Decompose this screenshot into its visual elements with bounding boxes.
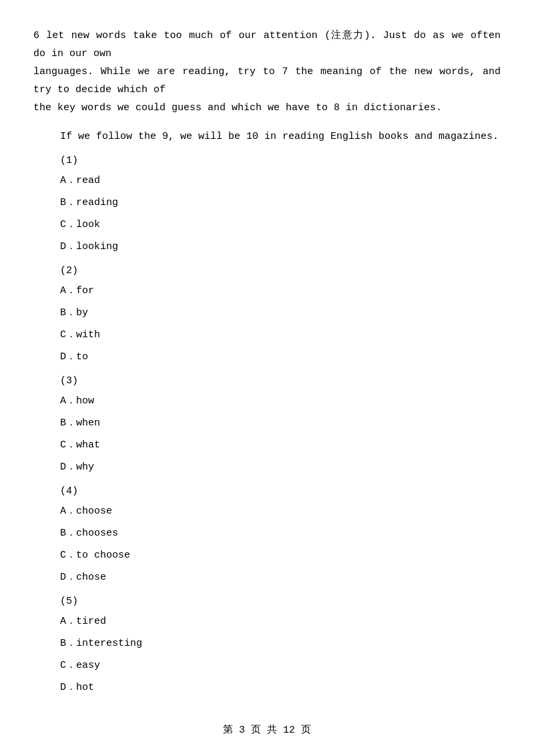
option-1b: B．reading: [60, 194, 501, 212]
option-1c: C．look: [60, 216, 501, 234]
question-number-5: (5): [60, 596, 501, 607]
follow-line: If we follow the 9, we will be 10 in rea…: [60, 128, 501, 146]
option-5a: A．tired: [60, 612, 501, 630]
question-3: (3) A．how B．when C．what D．why: [33, 375, 501, 476]
option-1a: A．read: [60, 172, 501, 190]
option-2c: C．with: [60, 326, 501, 344]
option-5b: B．interesting: [60, 634, 501, 652]
question-number-3: (3): [60, 375, 501, 387]
option-1d: D．looking: [60, 238, 501, 256]
option-4b: B．chooses: [60, 524, 501, 542]
page-footer: 第 3 页 共 12 页: [33, 723, 501, 736]
question-1: (1) A．read B．reading C．look D．looking: [33, 155, 501, 256]
option-2b: B．by: [60, 304, 501, 322]
option-3a: A．how: [60, 392, 501, 410]
question-2: (2) A．for B．by C．with D．to: [33, 265, 501, 366]
question-4: (4) A．choose B．chooses C．to choose D．cho…: [33, 486, 501, 586]
questions-container: (1) A．read B．reading C．look D．looking (2…: [33, 155, 501, 697]
option-5c: C．easy: [60, 656, 501, 675]
option-3c: C．what: [60, 436, 501, 454]
option-4c: C．to choose: [60, 546, 501, 564]
option-4a: A．choose: [60, 502, 501, 520]
option-3d: D．why: [60, 458, 501, 476]
option-3b: B．when: [60, 414, 501, 432]
option-5d: D．hot: [60, 679, 501, 697]
option-2a: A．for: [60, 282, 501, 300]
option-4d: D．chose: [60, 568, 501, 586]
intro-paragraph: 6 let new words take too much of our att…: [33, 27, 501, 117]
question-number-2: (2): [60, 265, 501, 276]
option-2d: D．to: [60, 348, 501, 366]
page-number: 第 3 页 共 12 页: [223, 725, 311, 736]
intro-line-1: 6 let new words take too much of our att…: [33, 27, 501, 117]
question-number-1: (1): [60, 155, 501, 166]
question-5: (5) A．tired B．interesting C．easy D．hot: [33, 596, 501, 697]
question-number-4: (4): [60, 486, 501, 497]
